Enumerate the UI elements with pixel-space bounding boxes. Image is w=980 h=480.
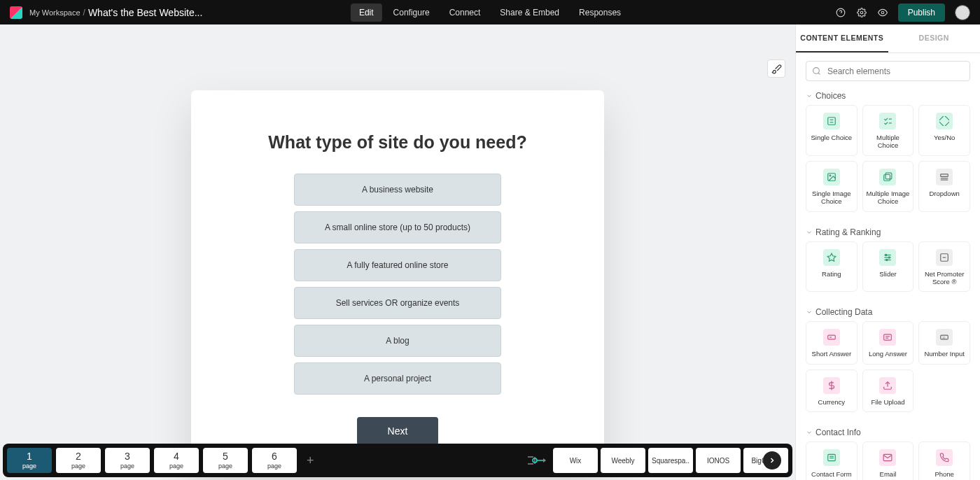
breadcrumb-separator: / [83, 8, 85, 17]
section-rating-header[interactable]: Rating & Ranking [796, 222, 980, 241]
star-icon [823, 249, 840, 266]
choice-option[interactable]: A small online store (up to 50 products) [294, 211, 501, 243]
element-short-answer[interactable]: Short Answer [806, 321, 858, 364]
gear-icon[interactable] [856, 7, 867, 18]
search-input[interactable] [806, 61, 970, 81]
outcome-wix[interactable]: Wix [553, 448, 598, 473]
bottom-bar: 1 page 2 page 3 page 4 page 5 page 6 pag… [3, 444, 792, 477]
rating-grid: Rating Slider Net Promoter Score ® [796, 241, 980, 302]
outcome-squarespace[interactable]: Squarespa.. [648, 448, 693, 473]
page-thumb-5[interactable]: 5 page [203, 448, 248, 473]
chevron-right-icon [768, 456, 776, 465]
svg-rect-17 [886, 173, 892, 179]
section-contact-header[interactable]: Contact Info [796, 422, 980, 442]
element-slider[interactable]: Slider [862, 241, 914, 292]
yes-no-icon [936, 113, 953, 129]
avatar[interactable] [955, 5, 970, 20]
contact-form-icon [823, 449, 840, 466]
svg-point-2 [860, 11, 863, 14]
add-page-button[interactable]: + [301, 453, 320, 468]
page-thumb-2[interactable]: 2 page [56, 448, 101, 473]
single-choice-icon [823, 113, 840, 129]
element-multiple-choice[interactable]: Multiple Choice [862, 105, 914, 156]
publish-button[interactable]: Publish [898, 3, 945, 22]
page-thumb-1[interactable]: 1 page [7, 448, 52, 473]
top-tabs: Edit Configure Connect Share & Embed Res… [351, 3, 629, 22]
svg-line-7 [818, 73, 820, 74]
element-currency[interactable]: Currency [806, 369, 858, 412]
choice-option[interactable]: A fully featured online store [294, 249, 501, 281]
theme-brush-button[interactable] [767, 59, 785, 78]
svg-point-3 [881, 11, 884, 14]
tab-responses[interactable]: Responses [570, 3, 629, 22]
element-single-image-choice[interactable]: Single Image Choice [806, 161, 858, 212]
outcome-weebly[interactable]: Weebly [601, 448, 645, 473]
choice-option[interactable]: A personal project [294, 362, 501, 395]
canvas: What type of site do you need? A busines… [0, 24, 795, 480]
main: What type of site do you need? A busines… [0, 24, 980, 480]
element-file-upload[interactable]: File Upload [862, 369, 914, 412]
svg-rect-16 [884, 174, 890, 181]
element-yes-no[interactable]: Yes/No [918, 105, 970, 156]
tab-share-embed[interactable]: Share & Embed [491, 3, 568, 22]
page-label: page [120, 463, 134, 470]
element-nps[interactable]: Net Promoter Score ® [918, 241, 970, 292]
element-contact-form[interactable]: Contact Form [806, 442, 858, 480]
element-number-input[interactable]: 12 Number Input [918, 321, 970, 364]
element-dropdown[interactable]: Dropdown [918, 161, 970, 212]
scroll-right-button[interactable] [763, 451, 781, 470]
page-thumb-6[interactable]: 6 page [252, 448, 297, 473]
single-image-icon [823, 169, 840, 185]
dropdown-icon [936, 169, 953, 185]
chevron-down-icon [806, 92, 813, 99]
page-number: 6 [272, 451, 277, 461]
page-number: 4 [174, 451, 179, 461]
section-title: Rating & Ranking [816, 227, 881, 237]
eye-icon[interactable] [877, 7, 888, 18]
tab-content-elements[interactable]: CONTENT ELEMENTS [796, 24, 888, 52]
section-choices-header[interactable]: Choices [796, 85, 980, 105]
next-button[interactable]: Next [357, 417, 438, 445]
section-collecting-header[interactable]: Collecting Data [796, 302, 980, 321]
tab-edit[interactable]: Edit [351, 3, 382, 22]
brush-icon [771, 64, 782, 74]
logic-flow-icon[interactable] [525, 449, 547, 472]
svg-marker-21 [827, 253, 836, 261]
svg-rect-8 [828, 118, 836, 125]
svg-rect-13 [939, 116, 949, 126]
svg-marker-4 [543, 458, 546, 463]
element-long-answer[interactable]: Long Answer [862, 321, 914, 364]
choices-grid: Single Choice Multiple Choice Yes/No Sin… [796, 105, 980, 222]
page-label: page [218, 463, 232, 470]
element-rating[interactable]: Rating [806, 241, 858, 292]
page-label: page [22, 463, 36, 470]
outcome-ionos[interactable]: IONOS [696, 448, 741, 473]
breadcrumb-title[interactable]: What's the Best Website... [88, 7, 202, 18]
nps-icon [936, 249, 953, 266]
section-title: Contact Info [816, 428, 861, 437]
page-thumb-4[interactable]: 4 page [154, 448, 199, 473]
element-phone[interactable]: Phone [918, 442, 970, 480]
tab-configure[interactable]: Configure [385, 3, 438, 22]
chevron-down-icon [806, 429, 813, 436]
element-single-choice[interactable]: Single Choice [806, 105, 858, 156]
breadcrumb-workspace[interactable]: My Workspace [29, 8, 80, 17]
page-thumb-3[interactable]: 3 page [105, 448, 150, 473]
page-number: 2 [76, 451, 81, 461]
choice-option[interactable]: A blog [294, 325, 501, 357]
topbar-right: Publish [835, 3, 970, 22]
choice-option[interactable]: A business website [294, 174, 501, 206]
section-title: Choices [816, 91, 846, 101]
tab-design[interactable]: DESIGN [888, 24, 981, 52]
element-email[interactable]: Email [862, 442, 914, 480]
help-icon[interactable] [835, 7, 846, 18]
svg-rect-31 [884, 334, 892, 340]
app-logo[interactable] [10, 6, 22, 19]
page-number: 3 [125, 451, 130, 461]
question-title[interactable]: What type of site do you need? [226, 132, 569, 153]
search-icon [812, 66, 821, 76]
element-multiple-image-choice[interactable]: Multiple Image Choice [862, 161, 914, 212]
choice-option[interactable]: Sell services OR organize events [294, 287, 501, 319]
tab-connect[interactable]: Connect [441, 3, 489, 22]
multiple-image-icon [879, 169, 896, 185]
